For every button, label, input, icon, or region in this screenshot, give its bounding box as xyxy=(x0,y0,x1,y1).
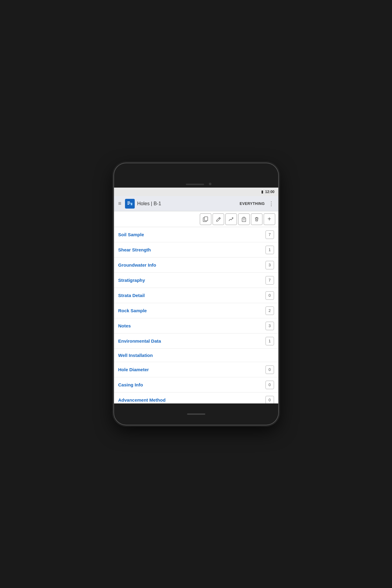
app-logo xyxy=(125,199,135,209)
svg-rect-7 xyxy=(242,218,246,222)
list-item-label: Groundwater Info xyxy=(118,262,265,268)
list-item-advancement-method[interactable]: Advancement Method0 xyxy=(114,393,278,403)
time-display: 12:00 xyxy=(265,190,275,194)
list-item-label: Notes xyxy=(118,323,265,328)
toolbar: + xyxy=(114,211,278,227)
menu-icon[interactable]: ≡ xyxy=(117,199,123,208)
list-item-label: Strata Detail xyxy=(118,293,265,298)
list-item-rock-sample[interactable]: Rock Sample2 xyxy=(114,303,278,318)
svg-rect-2 xyxy=(127,203,130,203)
list-item-groundwater-info[interactable]: Groundwater Info3 xyxy=(114,258,278,273)
list-item-soil-sample[interactable]: Soil Sample7 xyxy=(114,227,278,242)
section-header-well-installation: Well Installation xyxy=(114,349,278,362)
list-item-label: Advancement Method xyxy=(118,397,265,403)
svg-rect-3 xyxy=(127,204,129,205)
list-item-strata-detail[interactable]: Strata Detail0 xyxy=(114,288,278,303)
app-bar: ≡ Holes | B-1 EVERYTHING ⋮ xyxy=(114,196,278,211)
speaker xyxy=(186,184,204,185)
list-item-badge: 3 xyxy=(265,322,274,330)
list-item-label: Shear Strength xyxy=(118,247,265,252)
copy-button[interactable] xyxy=(200,213,211,225)
svg-rect-6 xyxy=(204,217,208,221)
list-item-label: Environmental Data xyxy=(118,338,265,344)
edit-button[interactable] xyxy=(213,213,224,225)
overflow-menu-icon[interactable]: ⋮ xyxy=(267,199,275,208)
device-top xyxy=(114,163,278,188)
list-item-badge: 2 xyxy=(265,306,274,315)
list-item-notes[interactable]: Notes3 xyxy=(114,318,278,334)
home-indicator xyxy=(187,413,205,415)
battery-icon: ▮ xyxy=(261,190,263,194)
list-item-label: Casing Info xyxy=(118,382,265,387)
list-item-stratigraphy[interactable]: Stratigraphy7 xyxy=(114,273,278,288)
list-item-badge: 0 xyxy=(265,291,274,300)
device-bottom xyxy=(114,403,278,425)
list-item-label: Soil Sample xyxy=(118,232,265,237)
list-item-badge: 1 xyxy=(265,246,274,254)
list-item-hole-diameter[interactable]: Hole Diameter0 xyxy=(114,362,278,377)
list-item-badge: 0 xyxy=(265,396,274,404)
chart-button[interactable] xyxy=(225,213,237,225)
list-item-environmental-data[interactable]: Environmental Data1 xyxy=(114,334,278,349)
items-list: Soil Sample7Shear Strength1Groundwater I… xyxy=(114,227,278,403)
paste-button[interactable] xyxy=(238,213,250,225)
list-item-casing-info[interactable]: Casing Info0 xyxy=(114,377,278,393)
list-item-badge: 0 xyxy=(265,381,274,389)
list-item-badge: 3 xyxy=(265,261,274,269)
list-item-shear-strength[interactable]: Shear Strength1 xyxy=(114,242,278,258)
camera xyxy=(209,183,211,185)
svg-rect-4 xyxy=(131,203,132,205)
screen: ▮ 12:00 ≡ Holes | B-1 EVERYTHING ⋮ xyxy=(114,188,278,403)
tablet-device: ▮ 12:00 ≡ Holes | B-1 EVERYTHING ⋮ xyxy=(114,163,278,425)
add-button[interactable]: + xyxy=(264,213,275,225)
list-item-badge: 0 xyxy=(265,365,274,374)
svg-rect-1 xyxy=(127,202,130,202)
list-item-label: Rock Sample xyxy=(118,308,265,313)
list-item-badge: 1 xyxy=(265,337,274,345)
svg-rect-8 xyxy=(243,217,245,218)
section-header-label: Well Installation xyxy=(118,353,153,358)
filter-button[interactable]: EVERYTHING xyxy=(240,202,265,206)
list-item-badge: 7 xyxy=(265,276,274,285)
delete-button[interactable] xyxy=(251,213,262,225)
status-bar: ▮ 12:00 xyxy=(114,188,278,196)
app-title: Holes | B-1 xyxy=(137,201,237,206)
list-item-badge: 7 xyxy=(265,230,274,239)
list-item-label: Hole Diameter xyxy=(118,367,265,372)
list-item-label: Stratigraphy xyxy=(118,278,265,283)
